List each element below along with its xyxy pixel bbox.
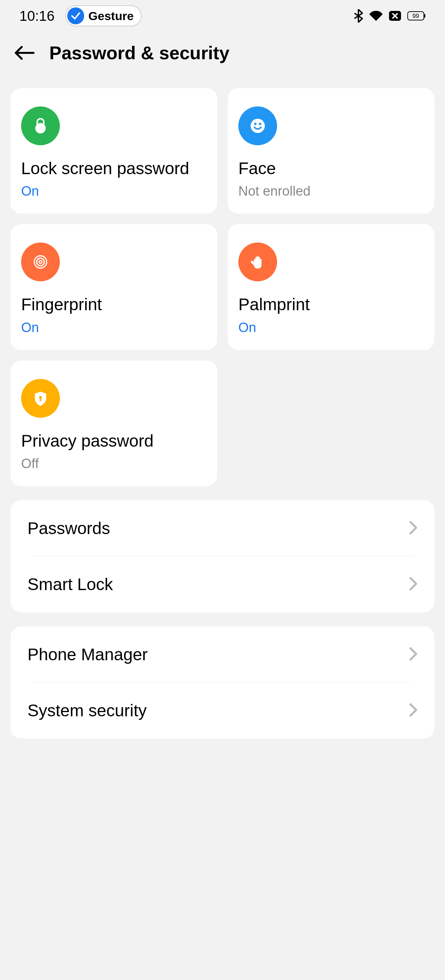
shield-icon [21, 379, 60, 418]
battery-icon: 99 [407, 11, 426, 21]
lock-icon [21, 107, 60, 145]
list-item-title: System security [27, 701, 147, 720]
card-title: Palmprint [238, 294, 424, 315]
gesture-indicator[interactable]: Gesture [65, 5, 141, 26]
page-header: Password & security [0, 32, 445, 74]
face-icon [238, 107, 277, 145]
svg-point-4 [35, 123, 46, 134]
status-right: 99 [354, 9, 426, 22]
clock-time: 10:16 [19, 8, 55, 24]
card-title: Privacy password [21, 430, 207, 452]
chevron-right-icon [409, 521, 418, 536]
back-button[interactable] [14, 42, 35, 64]
list-item-title: Passwords [27, 519, 110, 538]
svg-rect-2 [424, 14, 425, 18]
list-section-2: Phone Manager System security [11, 627, 434, 738]
card-status: On [21, 320, 207, 335]
phone-manager-item[interactable]: Phone Manager [11, 627, 434, 682]
fingerprint-icon [21, 243, 60, 281]
smart-lock-item[interactable]: Smart Lock [11, 556, 434, 612]
security-cards-grid: Lock screen password On Face Not enrolle… [0, 74, 445, 486]
passwords-item[interactable]: Passwords [11, 500, 434, 556]
chevron-right-icon [409, 577, 418, 592]
svg-text:99: 99 [413, 13, 419, 19]
bluetooth-icon [354, 9, 363, 22]
card-status: On [21, 184, 207, 199]
list-item-title: Smart Lock [27, 574, 113, 594]
face-card[interactable]: Face Not enrolled [228, 88, 434, 214]
chevron-right-icon [409, 703, 418, 718]
gesture-icon [67, 7, 84, 24]
svg-rect-12 [40, 398, 41, 401]
svg-point-6 [254, 123, 257, 125]
chevron-right-icon [409, 647, 418, 662]
card-title: Lock screen password [21, 158, 207, 180]
status-bar: 10:16 Gesture [0, 0, 445, 32]
card-status: On [238, 320, 424, 335]
svg-point-5 [251, 119, 265, 133]
data-off-icon [389, 11, 401, 21]
card-title: Fingerprint [21, 294, 207, 315]
gesture-label: Gesture [89, 9, 134, 23]
page-title: Password & security [49, 42, 230, 64]
fingerprint-card[interactable]: Fingerprint On [11, 224, 217, 350]
list-section-1: Passwords Smart Lock [11, 500, 434, 612]
svg-point-7 [259, 123, 261, 125]
lock-screen-password-card[interactable]: Lock screen password On [11, 88, 217, 214]
palmprint-card[interactable]: Palmprint On [228, 224, 434, 350]
svg-point-10 [39, 261, 42, 263]
card-status: Not enrolled [238, 184, 424, 199]
palm-icon [238, 243, 277, 281]
system-security-item[interactable]: System security [11, 682, 434, 738]
status-left: 10:16 Gesture [19, 5, 141, 26]
card-status: Off [21, 456, 207, 471]
svg-point-9 [36, 258, 44, 266]
list-item-title: Phone Manager [27, 645, 148, 664]
privacy-password-card[interactable]: Privacy password Off [11, 361, 217, 486]
card-title: Face [238, 158, 424, 180]
wifi-icon [369, 11, 383, 21]
